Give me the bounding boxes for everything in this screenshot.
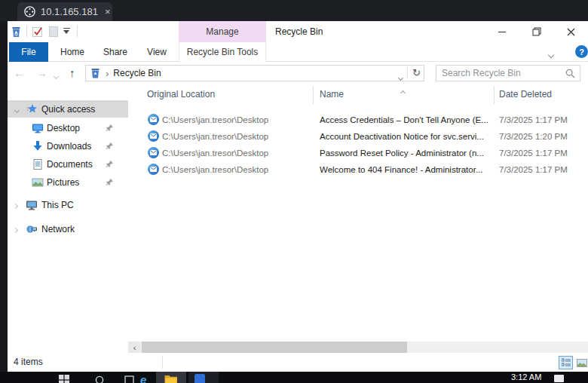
sort-ascending-icon (401, 87, 405, 97)
column-header-name[interactable]: Name (320, 84, 344, 104)
sidebar-item-pictures[interactable]: Pictures (8, 173, 128, 191)
documents-icon (32, 158, 44, 170)
horizontal-scrollbar[interactable]: ‹ (128, 342, 588, 353)
thumbnail-view-button[interactable] (574, 356, 588, 369)
downloads-icon (32, 140, 44, 152)
breadcrumb-chevron-icon[interactable]: › (106, 68, 109, 79)
recycle-bin-item-row[interactable]: C:\Users\jan.tresor\Desktop Account Deac… (128, 128, 588, 145)
taskbar-clock[interactable]: 3:12 AM (511, 372, 541, 381)
file-explorer-icon[interactable] (164, 374, 178, 383)
cell-date-deleted: 7/3/2025 1:17 PM (499, 161, 586, 178)
maximize-button[interactable] (519, 21, 553, 42)
cell-original-location: C:\Users\jan.tresor\Desktop (162, 112, 311, 128)
ribbon-collapse-icon[interactable] (549, 49, 553, 60)
remote-tab-close-icon[interactable]: × (105, 6, 111, 17)
pictures-icon (32, 176, 44, 188)
recycle-bin-item-row[interactable]: C:\Users\jan.tresor\Desktop Password Res… (128, 145, 588, 161)
explorer-window: Manage Recycle Bin File Home Share View … (8, 21, 588, 372)
remote-session-address: 10.1.165.181 (41, 6, 98, 17)
scrollbar-thumb[interactable] (142, 342, 407, 353)
pin-icon (106, 142, 114, 150)
recycle-bin-item-row[interactable]: C:\Users\jan.tresor\Desktop Welcome to 4… (128, 161, 588, 178)
search-icon[interactable] (565, 69, 575, 81)
cell-original-location: C:\Users\jan.tresor\Desktop (162, 145, 311, 161)
status-bar: 4 items (8, 353, 588, 372)
forward-icon[interactable]: → (36, 66, 47, 81)
file-list: Original Location Name Date Deleted C:\U… (128, 84, 588, 353)
search-input[interactable] (442, 66, 561, 80)
sidebar-item-quick-access[interactable]: Quick access (8, 100, 128, 118)
status-separator (162, 356, 163, 369)
tab-view[interactable]: View (140, 42, 173, 62)
taskbar-search-icon[interactable] (95, 375, 105, 383)
email-file-icon (148, 114, 159, 125)
recycle-bin-system-icon[interactable] (11, 26, 22, 40)
cell-name: Welcome to 404 Finance! - Administrator.… (320, 161, 496, 178)
remote-session-icon (24, 6, 35, 17)
column-separator[interactable] (494, 86, 495, 104)
sidebar-item-network[interactable]: Network (8, 220, 128, 237)
collapse-chevron-icon[interactable] (14, 224, 17, 234)
sidebar-item-desktop[interactable]: Desktop (8, 119, 128, 136)
start-button-icon[interactable] (59, 375, 69, 383)
search-box[interactable] (436, 65, 580, 81)
title-bar: Manage Recycle Bin (8, 21, 588, 42)
task-view-icon[interactable] (124, 375, 134, 383)
tab-recycle-bin-tools[interactable]: Recycle Bin Tools (179, 42, 266, 62)
address-dropdown-icon[interactable] (399, 72, 403, 82)
sidebar-item-downloads[interactable]: Downloads (8, 137, 128, 155)
column-header-date-deleted[interactable]: Date Deleted (499, 84, 552, 104)
ribbon-contextual-group-manage[interactable]: Manage (179, 21, 266, 42)
qat-newitem-icon[interactable] (48, 26, 59, 40)
tray-notification-icon[interactable] (554, 375, 564, 382)
pin-icon (106, 124, 114, 132)
column-separator[interactable] (313, 86, 314, 104)
recycle-bin-item-row[interactable]: C:\Users\jan.tresor\Desktop Access Crede… (128, 112, 588, 128)
cell-original-location: C:\Users\jan.tresor\Desktop (162, 161, 311, 178)
remote-session-tab[interactable]: 10.1.165.181 × (17, 2, 112, 21)
details-view-button[interactable] (559, 356, 573, 369)
window-title: Recycle Bin (275, 21, 323, 42)
tab-file[interactable]: File (9, 42, 48, 62)
email-file-icon (148, 164, 159, 175)
qat-separator (77, 26, 78, 37)
desktop-edge (0, 21, 8, 372)
sidebar-item-documents[interactable]: Documents (8, 155, 128, 173)
navigation-bar: ← → ↑ › Recycle Bin ↻ (8, 62, 588, 84)
email-file-icon (148, 130, 159, 142)
app-icon[interactable] (194, 374, 205, 383)
cell-original-location: C:\Users\jan.tresor\Desktop (162, 128, 311, 145)
up-icon[interactable]: ↑ (69, 66, 75, 81)
pin-icon (106, 160, 114, 168)
refresh-icon[interactable]: ↻ (412, 67, 421, 78)
internet-explorer-icon[interactable]: e (140, 373, 146, 383)
content-area: Quick access Desktop (8, 84, 588, 353)
address-location-icon (90, 67, 101, 79)
scroll-left-icon[interactable]: ‹ (128, 342, 141, 353)
cell-date-deleted: 7/3/2025 1:20 PM (499, 128, 586, 145)
qat-properties-icon[interactable] (32, 26, 44, 40)
column-header-original-location[interactable]: Original Location (147, 84, 215, 104)
qat-customize-dropdown-icon[interactable] (63, 28, 71, 34)
close-button[interactable] (554, 21, 588, 42)
cell-name: Account Deactivation Notice for svc.serv… (320, 128, 496, 145)
tab-home[interactable]: Home (54, 42, 90, 62)
pin-icon (106, 178, 114, 186)
cell-name: Access Credentials – Don't Tell Anyone (… (320, 112, 496, 128)
help-icon[interactable]: ? (575, 45, 588, 58)
back-icon[interactable]: ← (14, 66, 25, 81)
tray-expand-icon[interactable] (486, 377, 490, 383)
collapse-chevron-icon[interactable] (14, 200, 17, 210)
desktop-icon (32, 122, 44, 134)
cell-name: Password Reset Policy - Administrator (n… (320, 145, 496, 161)
quick-access-icon (26, 103, 38, 115)
address-bar[interactable]: › Recycle Bin ↻ (85, 65, 424, 81)
recent-locations-icon[interactable] (54, 70, 58, 81)
expand-chevron-icon[interactable] (15, 104, 19, 115)
sidebar-item-this-pc[interactable]: This PC (8, 196, 128, 213)
tab-share[interactable]: Share (96, 42, 134, 62)
qat-separator (26, 26, 27, 37)
breadcrumb-location[interactable]: Recycle Bin (113, 68, 161, 78)
email-file-icon (148, 147, 159, 158)
minimize-button[interactable] (485, 21, 519, 42)
